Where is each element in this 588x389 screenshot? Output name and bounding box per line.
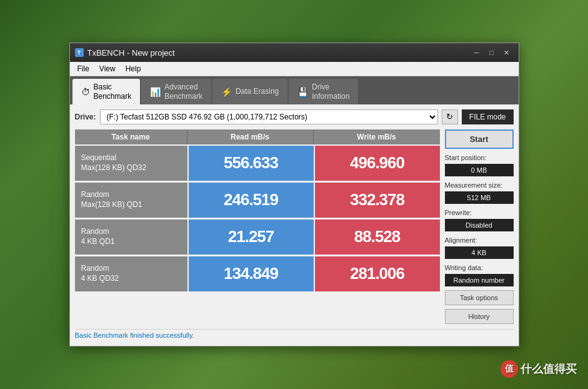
header-read: Read mB/s (187, 129, 314, 144)
tab-erasing-icon: ⚡ (221, 87, 232, 97)
write-random-4kb-qd1: 88.528 (315, 220, 440, 255)
header-task: Task name (75, 129, 187, 144)
tab-basic-label: BasicBenchmark (94, 83, 132, 101)
read-random-128kb: 246.519 (189, 183, 314, 218)
content-area: Drive: (F:) Tecfast 512GB SSD 476.92 GB … (70, 104, 519, 346)
benchmark-table: Task name Read mB/s Write mB/s Sequentia… (75, 129, 440, 324)
window-title: TxBENCH - New project (87, 48, 175, 58)
writing-data-value[interactable]: Random number (445, 274, 514, 286)
refresh-icon: ↻ (446, 112, 453, 121)
tab-drive-icon: 💾 (297, 87, 308, 97)
tab-advanced-benchmark[interactable]: 📊 AdvancedBenchmark (141, 79, 211, 104)
table-row: RandomMax(128 KB) QD1 246.519 332.378 (75, 183, 440, 218)
write-random-128kb: 332.378 (315, 183, 440, 218)
status-message: Basic Benchmark finished successfully. (75, 331, 194, 339)
tab-bar: ⏱ BasicBenchmark 📊 AdvancedBenchmark ⚡ D… (70, 76, 519, 104)
tab-drive-information[interactable]: 💾 DriveInformation (289, 79, 358, 104)
tab-data-erasing[interactable]: ⚡ Data Erasing (212, 79, 287, 104)
table-row: Random4 KB QD32 134.849 281.006 (75, 256, 440, 291)
write-sequential: 496.960 (315, 146, 440, 181)
maximize-button[interactable]: □ (485, 47, 499, 58)
read-random-4kb-qd32: 134.849 (189, 256, 314, 291)
close-button[interactable]: ✕ (500, 47, 514, 58)
task-random-4kb-qd1: Random4 KB QD1 (75, 220, 187, 255)
prewrite-value[interactable]: Disabled (445, 219, 514, 231)
alignment-value[interactable]: 4 KB (445, 246, 514, 259)
task-options-button[interactable]: Task options (445, 290, 514, 305)
tab-erasing-label: Data Erasing (236, 87, 279, 96)
menu-bar: File View Help (70, 62, 519, 76)
measurement-size-label: Measurement size: (445, 181, 514, 189)
tab-advanced-icon: 📊 (150, 87, 161, 97)
title-bar: T TxBENCH - New project ─ □ ✕ (70, 43, 519, 62)
right-panel: Start Start position: 0 MB Measurement s… (445, 129, 514, 324)
drive-label: Drive: (75, 113, 96, 121)
watermark-text: 什么值得买 (521, 361, 577, 376)
minimize-button[interactable]: ─ (470, 47, 484, 58)
table-header: Task name Read mB/s Write mB/s (75, 129, 440, 144)
menu-help[interactable]: Help (121, 63, 146, 74)
task-random-128kb: RandomMax(128 KB) QD1 (75, 183, 187, 218)
menu-file[interactable]: File (72, 63, 94, 74)
drive-refresh-button[interactable]: ↻ (442, 109, 458, 124)
alignment-label: Alignment: (445, 236, 514, 244)
start-position-value[interactable]: 0 MB (445, 164, 514, 176)
watermark-icon: 值 (501, 360, 518, 378)
task-random-4kb-qd32: Random4 KB QD32 (75, 256, 187, 291)
watermark: 值 什么值得买 (501, 360, 577, 378)
title-controls: ─ □ ✕ (470, 47, 514, 58)
header-write: Write mB/s (314, 129, 440, 144)
drive-row: Drive: (F:) Tecfast 512GB SSD 476.92 GB … (75, 109, 514, 124)
tab-basic-benchmark[interactable]: ⏱ BasicBenchmark (72, 79, 141, 104)
app-icon: T (75, 48, 84, 57)
read-random-4kb-qd1: 21.257 (189, 220, 314, 255)
main-layout: Task name Read mB/s Write mB/s Sequentia… (75, 129, 514, 324)
writing-data-label: Writing data: (445, 264, 514, 271)
title-bar-left: T TxBENCH - New project (75, 48, 175, 58)
app-window: T TxBENCH - New project ─ □ ✕ File View … (69, 43, 519, 346)
task-sequential: SequentialMax(128 KB) QD32 (75, 146, 187, 181)
history-button[interactable]: History (445, 309, 514, 324)
tab-basic-icon: ⏱ (81, 87, 90, 97)
menu-view[interactable]: View (94, 63, 121, 74)
drive-select[interactable]: (F:) Tecfast 512GB SSD 476.92 GB (1,000,… (100, 109, 438, 124)
file-mode-button[interactable]: FILE mode (462, 109, 514, 124)
write-random-4kb-qd32: 281.006 (315, 256, 440, 291)
prewrite-label: Prewrite: (445, 209, 514, 216)
table-row: Random4 KB QD1 21.257 88.528 (75, 220, 440, 255)
table-row: SequentialMax(128 KB) QD32 556.633 496.9… (75, 146, 440, 181)
start-position-label: Start position: (445, 154, 514, 161)
tab-drive-label: DriveInformation (312, 83, 349, 101)
tab-advanced-label: AdvancedBenchmark (164, 83, 202, 101)
read-sequential: 556.633 (189, 146, 314, 181)
measurement-size-value[interactable]: 512 MB (445, 191, 514, 204)
status-bar: Basic Benchmark finished successfully. (75, 329, 514, 341)
start-button[interactable]: Start (445, 129, 514, 149)
